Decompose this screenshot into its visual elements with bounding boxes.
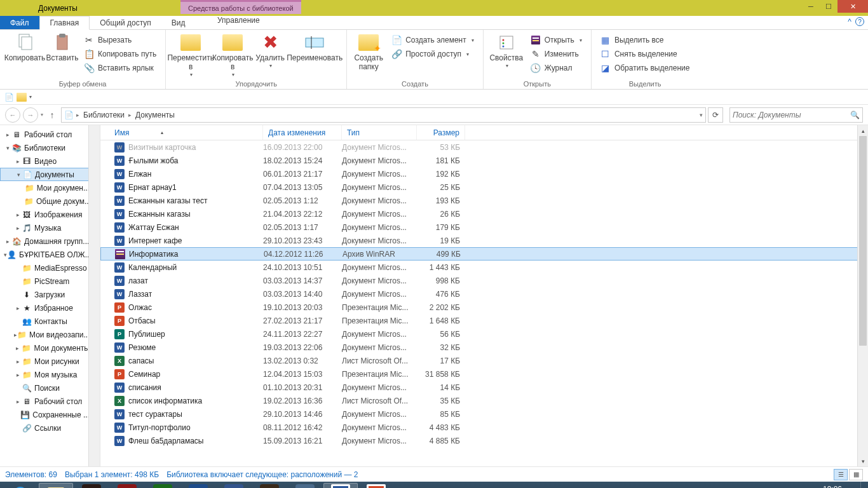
breadcrumb-seg-documents[interactable]: Документы <box>134 111 176 119</box>
file-row[interactable]: Wсписания01.10.2013 20:31Документ Micros… <box>100 381 868 394</box>
copyto-button[interactable]: Копировать в <box>212 31 254 78</box>
file-row[interactable]: WИнтернет кафе29.10.2013 23:43Документ M… <box>100 234 868 247</box>
delete-button[interactable]: ✖Удалить <box>254 31 287 69</box>
tree-twisty-icon[interactable]: ▸ <box>14 305 22 311</box>
scroll-down-icon[interactable]: ▾ <box>858 456 868 466</box>
taskbar-word[interactable]: W <box>323 483 358 488</box>
tree-item[interactable]: ▸🎵Музыка <box>0 221 90 234</box>
file-row[interactable]: WВизитныи карточка16.09.2013 22:00Докуме… <box>100 140 868 154</box>
file-row[interactable]: WЕсжаннын кагазы21.04.2013 22:12Документ… <box>100 207 868 220</box>
taskbar-app-3[interactable]: @ <box>146 483 180 488</box>
select-all-button[interactable]: ▦Выделить все <box>598 34 693 46</box>
tab-file[interactable]: Файл <box>0 16 39 29</box>
tree-item[interactable]: ▸★Избранное <box>0 301 90 315</box>
qat-new-icon[interactable]: 📄 <box>4 92 14 102</box>
search-input[interactable] <box>733 111 850 119</box>
select-none-button[interactable]: ☐Снять выделение <box>598 48 693 60</box>
search-box[interactable]: 🔍 <box>729 107 863 123</box>
show-desktop-button[interactable] <box>860 482 865 488</box>
file-row[interactable]: Wлазат03.03.2013 14:37Документ Micros...… <box>100 274 868 287</box>
tree-item[interactable]: 📁PicStream <box>0 274 90 288</box>
chevron-right-icon[interactable]: ▸ <box>76 112 79 118</box>
tree-twisty-icon[interactable]: ▸ <box>14 225 22 231</box>
up-button[interactable]: ↑ <box>46 110 58 120</box>
ribbon-collapse-icon[interactable]: ^ <box>848 17 851 26</box>
paste-shortcut-button[interactable]: 📎Вставить ярлык <box>81 62 159 74</box>
tree-twisty-icon[interactable]: ▸ <box>4 132 11 138</box>
tree-item[interactable]: ▸🏠Домашняя групп... <box>0 234 90 248</box>
file-row[interactable]: WЕсжаннын кагазы тест02.05.2013 1:12Доку… <box>100 194 868 207</box>
taskbar-ie[interactable] <box>3 483 37 488</box>
tree-item[interactable]: ▸🖼Изображения <box>0 208 90 221</box>
tree-item[interactable]: 📁Общие докум... <box>0 194 90 208</box>
tree-item[interactable]: ▸🖥Рабочий стол <box>0 128 90 141</box>
taskbar-app-6[interactable] <box>252 483 287 488</box>
tab-home[interactable]: Главная <box>39 16 90 30</box>
tree-item[interactable]: ▸📁Мои рисунки <box>0 355 90 368</box>
recent-dropdown-icon[interactable]: ▾ <box>41 112 43 118</box>
qat-folder-icon[interactable] <box>17 92 27 102</box>
copy-path-button[interactable]: 📋Копировать путь <box>81 48 159 60</box>
context-tab-library-tools[interactable]: Средства работы с библиотекой <box>180 0 301 14</box>
help-icon[interactable]: ? <box>855 17 864 26</box>
tree-item[interactable]: ▸📁Мои документы <box>0 341 90 355</box>
tree-item[interactable]: ▸📁Моя музыка <box>0 368 90 381</box>
scroll-thumb[interactable] <box>859 136 867 346</box>
file-row[interactable]: PПублишер24.11.2013 22:27Документ Micros… <box>100 327 868 341</box>
search-icon[interactable]: 🔍 <box>850 111 860 119</box>
file-row[interactable]: WРезюме19.03.2013 22:06Документ Micros..… <box>100 341 868 354</box>
tree-twisty-icon[interactable]: ▸ <box>14 358 22 365</box>
tab-view[interactable]: Вид <box>161 16 196 29</box>
tree-item[interactable]: 📁Мои докумен... <box>0 181 90 194</box>
file-row[interactable]: WЕрнат арнау107.04.2013 13:05Документ Mi… <box>100 180 868 194</box>
close-button[interactable]: ✕ <box>837 0 868 13</box>
paste-button[interactable]: Вставить <box>46 31 79 63</box>
file-row[interactable]: PОтбасы27.02.2013 21:17Презентация Mic..… <box>100 314 868 327</box>
file-row[interactable]: WЕлжан06.01.2013 21:17Документ Micros...… <box>100 167 868 180</box>
taskbar-explorer[interactable] <box>39 483 73 488</box>
tree-item[interactable]: 👥Контакты <box>0 315 90 328</box>
tray-clock[interactable]: 19:06 28.11.2013 <box>810 485 855 488</box>
qat-dropdown-icon[interactable]: ▾ <box>29 94 32 100</box>
nav-tree[interactable]: ▸🖥Рабочий стол▾📚Библиотеки▸🎞Видео▾📄Докум… <box>0 125 100 466</box>
rename-button[interactable]: Переименовать <box>287 31 342 63</box>
file-row[interactable]: Xсапасы13.02.2013 0:32Лист Microsoft Of.… <box>100 354 868 367</box>
refresh-button[interactable]: ⟳ <box>708 107 723 123</box>
tree-item[interactable]: ▾📚Библиотеки <box>0 141 90 154</box>
taskbar-app-2[interactable]: ⏻ <box>110 483 144 488</box>
copy-button[interactable]: Копировать <box>4 31 46 63</box>
breadcrumb[interactable]: 📄 ▸ Библиотеки ▸ Документы ▾ <box>61 107 706 123</box>
cut-button[interactable]: ✂Вырезать <box>81 34 159 46</box>
tab-share[interactable]: Общий доступ <box>90 16 161 29</box>
tree-twisty-icon[interactable]: ▸ <box>14 158 22 165</box>
open-button[interactable]: Открыть <box>528 34 585 46</box>
scrollbar[interactable]: ▴ ▾ <box>857 125 868 466</box>
tree-twisty-icon[interactable]: ▸ <box>14 345 22 351</box>
taskbar-powerpoint[interactable]: P <box>359 483 393 488</box>
tree-item[interactable]: 💾Сохраненные ... <box>0 408 90 421</box>
view-details-button[interactable]: ☰ <box>834 469 848 480</box>
tree-twisty-icon[interactable]: ▸ <box>4 238 11 245</box>
tree-twisty-icon[interactable]: ▾ <box>15 172 22 178</box>
tab-manage[interactable]: Управление <box>207 16 270 25</box>
file-row[interactable]: PОлжас19.10.2013 20:03Презентация Mic...… <box>100 301 868 314</box>
file-row[interactable]: WТитул-портфолио08.11.2012 16:42Документ… <box>100 421 868 434</box>
properties-button[interactable]: Свойства <box>487 31 526 69</box>
taskbar-app-1[interactable] <box>74 483 109 488</box>
col-size[interactable]: Размер <box>417 125 465 140</box>
tree-item[interactable]: ▾👤БҰРКІТБАЕВ ОЛЖ... <box>0 248 90 261</box>
tree-item[interactable]: ⬇Загрузки <box>0 288 90 301</box>
tree-twisty-icon[interactable]: ▸ <box>14 372 22 378</box>
new-folder-button[interactable]: ✦Создать папку <box>351 31 386 72</box>
breadcrumb-seg-libraries[interactable]: Библиотеки <box>82 111 126 119</box>
tree-item[interactable]: ▸🎞Видео <box>0 154 90 168</box>
col-type[interactable]: Тип <box>342 125 417 140</box>
minimize-button[interactable]: ─ <box>802 0 820 13</box>
view-icons-button[interactable]: ▦ <box>849 469 863 480</box>
col-name[interactable]: Имя▴ <box>100 125 263 140</box>
file-row[interactable]: Информатика04.12.2012 11:26Архив WinRAR4… <box>100 247 868 261</box>
file-row[interactable]: WЖаттау Есжан02.05.2013 1:17Документ Mic… <box>100 220 868 234</box>
tree-item[interactable]: 🔍Поиски <box>0 381 90 395</box>
file-row[interactable]: WФлеш ба5дарламасы15.09.2013 16:21Докуме… <box>100 434 868 447</box>
col-date[interactable]: Дата изменения <box>263 125 342 140</box>
